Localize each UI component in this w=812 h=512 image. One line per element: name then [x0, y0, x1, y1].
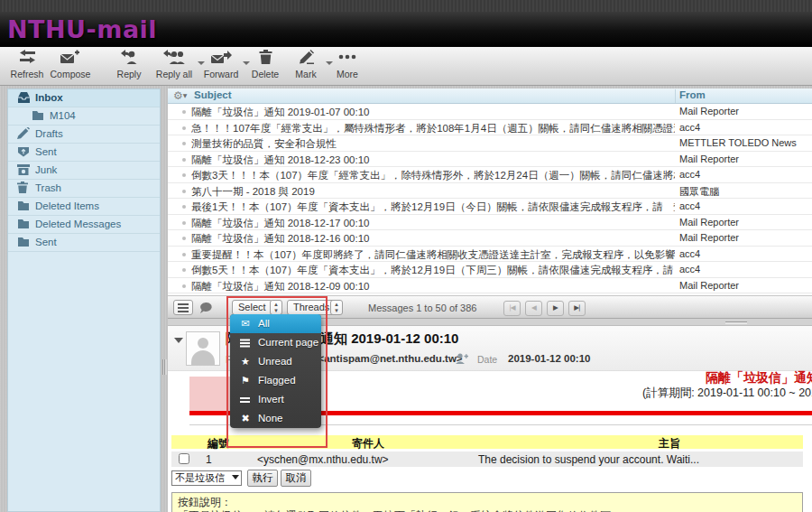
unread-dot-icon	[182, 268, 186, 272]
message-row[interactable]: 測量技術的品質，安全和合規性METTLER TOLEDO News	[168, 135, 812, 152]
inbox-icon	[17, 91, 31, 109]
row-checkbox[interactable]	[179, 453, 189, 464]
menu-item-all[interactable]: ✉All	[230, 314, 321, 333]
message-row[interactable]: 急！！！107年度「經常支出」，屬特殊情形者，將於108年1月4日（週五）關帳，…	[168, 120, 812, 136]
message-count-status: Messages 1 to 50 of 386	[368, 303, 476, 313]
threads-spinner[interactable]: ▲▼	[330, 300, 343, 315]
message-row[interactable]: 隔離「垃圾信」通知 2019-01-07 00:10Mail Reporter	[168, 104, 812, 120]
reply-all-button[interactable]: Reply all	[150, 50, 198, 84]
message-row[interactable]: 倒數3天！！！本（107）年度「經常支出」，除特殊情形外，將於12月24日（週一…	[168, 167, 812, 183]
reply-icon	[108, 50, 150, 68]
sidebar-item-deleted-items[interactable]: Deleted Items	[8, 198, 160, 216]
unread-dot-icon	[182, 284, 186, 288]
sidebar-item-sent[interactable]: Sent	[8, 144, 160, 162]
select-spinner[interactable]: ▲▼	[270, 300, 282, 315]
cross-icon: ✖	[238, 409, 253, 428]
action-select[interactable]: 不是垃圾信	[171, 470, 242, 486]
date-label: Date	[477, 354, 497, 365]
sender-avatar	[186, 331, 220, 366]
sidebar-item-junk[interactable]: Junk	[8, 162, 160, 180]
message-row[interactable]: 最後1天！！本（107）年度「資本支出」，將於12月19日（今日）關帳，請依限儘…	[168, 199, 812, 215]
sidebar-item-trash[interactable]: Trash	[8, 180, 160, 198]
forward-button[interactable]: Forward	[198, 50, 244, 84]
compose-button[interactable]: Compose	[49, 50, 92, 84]
avatar-body-shape	[191, 350, 215, 366]
header-number: 編號	[208, 436, 229, 451]
button-help-note: 按鈕說明： 「不是垃圾信」：請勾選欲取回的信件，再按下「執行」鈕，系統會將信件送…	[171, 492, 803, 512]
delete-icon	[245, 50, 285, 68]
message-row[interactable]: 隔離「垃圾信」通知 2018-12-09 00:10Mail Reporter	[168, 278, 812, 294]
page-last-button[interactable]: ▶|	[568, 301, 586, 316]
message-row[interactable]: 隔離「垃圾信」通知 2018-12-16 00:10Mail Reporter	[168, 230, 812, 247]
unread-dot-icon	[182, 173, 186, 177]
more-button[interactable]: More	[327, 50, 368, 84]
add-contact-icon[interactable]	[455, 351, 468, 368]
select-dropdown-menu: ✉AllCurrent page★Unread⚑FlaggedInvert✖No…	[230, 314, 321, 428]
unread-dot-icon	[182, 126, 186, 130]
message-row[interactable]: 重要提醒！！本（107）年度即將終了，請同仁儘速將相關收支憑證送達主計室，完成報…	[168, 247, 812, 263]
page-first-button[interactable]: |◀	[503, 301, 521, 316]
menu-item-current-page[interactable]: Current page	[230, 333, 321, 352]
refresh-button[interactable]: Refresh	[7, 50, 47, 84]
sidebar-item-sent[interactable]: Sent	[8, 234, 160, 252]
list-view-icon	[178, 303, 189, 305]
menu-item-flagged[interactable]: ⚑Flagged	[230, 371, 321, 390]
message-row[interactable]: 倒數5天！！本（107）年度「資本支出」，將於12月19日（下周三）關帳，請依限…	[168, 262, 812, 278]
app-logo: NTHU-mail	[7, 15, 157, 43]
column-divider[interactable]	[675, 89, 676, 103]
menu-item-invert[interactable]: Invert	[230, 390, 321, 409]
folder-icon	[17, 236, 30, 253]
select-arrow-icon	[232, 475, 239, 479]
folder-sidebar: InboxM104DraftsSentJunkTrashDeleted Item…	[7, 88, 161, 512]
folder-icon	[32, 109, 44, 126]
sidebar-item-drafts[interactable]: Drafts	[8, 126, 160, 144]
page-next-button[interactable]: ▶	[547, 301, 564, 316]
mark-button[interactable]: Mark	[285, 50, 327, 84]
message-row[interactable]: 隔離「垃圾信」通知 2018-12-23 00:10Mail Reporter	[168, 152, 812, 168]
main-toolbar: RefreshComposeReplyReply allForwardDelet…	[0, 47, 812, 86]
message-row[interactable]: 第八十一期 - 2018 與 2019國眾電腦	[168, 183, 812, 200]
sidebar-item-m104[interactable]: M104	[8, 107, 160, 126]
menu-item-none[interactable]: ✖None	[230, 409, 321, 428]
row-sender: <yschen@mx.nthu.edu.tw>	[257, 453, 389, 466]
list-options-gear-icon[interactable]: ⚙▼	[173, 89, 187, 102]
sidebar-item-inbox[interactable]: Inbox	[8, 89, 160, 107]
quarantine-table: 編號 寄件人 主旨 1 <yschen@mx.nthu.edu.tw> The …	[171, 435, 803, 467]
webmail-window: NTHU-mail RefreshComposeReplyReply allFo…	[0, 0, 812, 512]
cancel-button[interactable]: 取消	[281, 470, 311, 487]
execute-button[interactable]: 執行	[247, 470, 278, 487]
message-row[interactable]: 隔離「垃圾信」通知 2018-12-17 00:10Mail Reporter	[168, 215, 812, 231]
collapse-triangle-icon[interactable]	[174, 338, 183, 343]
quarantine-table-header: 編號 寄件人 主旨	[171, 435, 803, 450]
date-value: 2019-01-12 00:10	[508, 353, 590, 364]
folder-icon	[17, 200, 30, 217]
threads-bubble-icon[interactable]	[198, 302, 213, 318]
header-subject: 主旨	[659, 436, 680, 451]
unread-dot-icon	[182, 142, 186, 145]
column-header-from[interactable]: From	[679, 89, 706, 100]
threads-dropdown-button[interactable]: Threads	[287, 300, 336, 315]
unread-dot-icon	[182, 110, 186, 114]
junk-icon	[17, 163, 30, 181]
header-sender: 寄件人	[352, 436, 384, 451]
delete-button[interactable]: Delete	[245, 50, 285, 84]
unread-dot-icon	[182, 190, 186, 193]
menu-item-unread[interactable]: ★Unread	[230, 352, 321, 371]
vertical-splitter-handle[interactable]	[162, 359, 167, 375]
reply-button[interactable]: Reply	[108, 50, 150, 84]
column-header-subject[interactable]: Subject	[194, 89, 232, 100]
horizontal-splitter-grip[interactable]	[725, 321, 747, 324]
page-previous-button[interactable]: ◀	[525, 301, 542, 316]
notice-period: (計算期間: 2019-01-11 00:10 ~ 201	[642, 386, 812, 401]
flag-icon: ⚑	[238, 371, 253, 390]
select-dropdown-button[interactable]: Select	[232, 300, 272, 315]
action-select-value: 不是垃圾信	[175, 472, 225, 483]
row-number: 1	[206, 453, 212, 466]
more-icon	[327, 50, 368, 68]
pencil-icon	[17, 127, 30, 144]
logo-bar: NTHU-mail	[0, 12, 812, 47]
sidebar-item-deleted-messages[interactable]: Deleted Messages	[8, 216, 160, 234]
list-view-button[interactable]	[173, 300, 193, 315]
star-icon: ★	[238, 352, 253, 371]
compose-icon	[49, 50, 92, 68]
